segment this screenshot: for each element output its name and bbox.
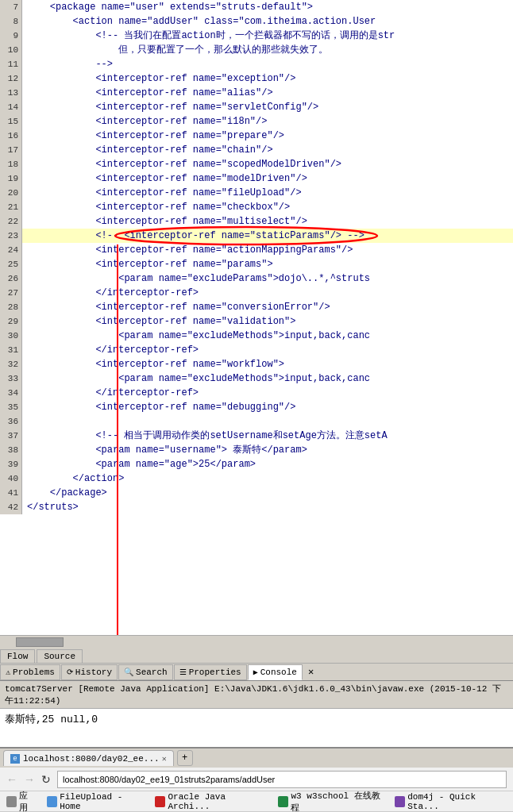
- browser-nav-row: ← → ↻: [0, 768, 513, 791]
- line-number: 38: [0, 443, 22, 457]
- line-content: <interceptor-ref name="alias"/>: [22, 86, 273, 100]
- line-content: <!-- 当我们在配置action时，一个拦截器都不写的话，调用的是str: [22, 29, 395, 43]
- line-number: 22: [0, 214, 22, 229]
- bookmark-label: dom4j - Quick Sta...: [407, 792, 507, 811]
- line-content: 但，只要配置了一个，那么默认的那些就失效了。: [22, 43, 328, 57]
- line-number: 41: [0, 486, 22, 500]
- browser-favicon: e: [10, 754, 20, 764]
- line-number: 37: [0, 429, 22, 443]
- horizontal-scrollbar[interactable]: [0, 635, 513, 648]
- line-number: 21: [0, 200, 22, 214]
- console-close-btn[interactable]: ✕: [305, 664, 317, 679]
- line-content: <interceptor-ref name="modelDriven"/>: [22, 171, 307, 186]
- console-tab-properties[interactable]: ☰Properties: [174, 664, 247, 680]
- code-line: 23 <!-- <interceptor-ref name="staticPar…: [0, 229, 513, 243]
- line-number: 24: [0, 243, 22, 257]
- line-number: 39: [0, 457, 22, 471]
- browser-area: e localhost:8080/day02_ee... ✕ + ← → ↻ 应…: [0, 747, 513, 812]
- code-line: 8 <action name="addUser" class="com.ithe…: [0, 14, 513, 29]
- code-line: 12 <interceptor-ref name="exception"/>: [0, 71, 513, 86]
- line-content: <param name="excludeMethods">input,back,…: [22, 329, 370, 343]
- line-content: <param name="age">25</param>: [22, 457, 256, 471]
- code-line: 18 <interceptor-ref name="scopedModelDri…: [0, 157, 513, 171]
- line-content: <param name="username"> 泰斯特</param>: [22, 443, 307, 457]
- bookmark-icon: [395, 796, 405, 807]
- code-line: 11 -->: [0, 57, 513, 71]
- forward-button[interactable]: →: [21, 772, 38, 787]
- code-line: 27 </interceptor-ref>: [0, 286, 513, 300]
- bookmark-label: 应用: [19, 790, 36, 813]
- back-button[interactable]: ←: [3, 772, 21, 787]
- code-line: 22 <interceptor-ref name="multiselect"/>: [0, 214, 513, 229]
- line-number: 10: [0, 43, 22, 57]
- console-tab-search[interactable]: 🔍Search: [118, 664, 173, 680]
- line-number: 30: [0, 329, 22, 343]
- browser-tab-row: e localhost:8080/day02_ee... ✕ +: [0, 749, 513, 768]
- line-content: <interceptor-ref name="debugging"/>: [22, 400, 295, 414]
- line-content: <param name="excludeMethods">input,back,…: [22, 371, 370, 386]
- bookmark-oracle-java-archi...[interactable]: Oracle Java Archi...: [152, 791, 270, 813]
- console-tabs-bar: ⚠Problems⟳History🔍Search☰Properties▶Cons…: [0, 664, 513, 681]
- code-line: 32 <interceptor-ref name="workflow">: [0, 357, 513, 371]
- scroll-track[interactable]: [0, 637, 513, 647]
- code-line: 21 <interceptor-ref name="checkbox"/>: [0, 200, 513, 214]
- console-tab-history[interactable]: ⟳History: [61, 664, 118, 680]
- line-number: 29: [0, 314, 22, 329]
- code-line: 37 <!-- 相当于调用动作类的setUsername和setAge方法。注意…: [0, 429, 513, 443]
- console-tab-problems[interactable]: ⚠Problems: [0, 664, 60, 680]
- code-line: 30 <param name="excludeMethods">input,ba…: [0, 329, 513, 343]
- line-number: 40: [0, 471, 22, 486]
- tab-source[interactable]: Source: [37, 649, 83, 663]
- bookmark-fileupload---home[interactable]: FileUpload - Home: [44, 791, 147, 813]
- code-line: 38 <param name="username"> 泰斯特</param>: [0, 443, 513, 457]
- console-tab-label: Search: [136, 668, 168, 677]
- line-number: 7: [0, 0, 22, 14]
- line-content: <interceptor-ref name="scopedModelDriven…: [22, 157, 341, 171]
- bookmark-应用[interactable]: 应用: [3, 788, 39, 813]
- browser-tab-close[interactable]: ✕: [162, 754, 167, 764]
- line-content: <interceptor-ref name="params">: [22, 257, 273, 271]
- line-number: 13: [0, 86, 22, 100]
- line-number: 11: [0, 57, 22, 71]
- scroll-thumb[interactable]: [16, 637, 64, 647]
- line-number: 42: [0, 500, 22, 514]
- line-number: 15: [0, 114, 22, 129]
- line-number: 18: [0, 157, 22, 171]
- tab-flow[interactable]: Flow: [0, 649, 35, 663]
- bookmark-w3-w3school-在线教程[interactable]: w3 w3school 在线教程: [275, 788, 387, 813]
- new-tab-button[interactable]: +: [177, 750, 193, 766]
- browser-tab[interactable]: e localhost:8080/day02_ee... ✕: [3, 750, 174, 766]
- line-content: [22, 414, 27, 429]
- address-bar[interactable]: [57, 771, 507, 788]
- bookmark-dom4j---quick-sta...[interactable]: dom4j - Quick Sta...: [392, 791, 510, 813]
- console-tab-console[interactable]: ▶Console: [248, 664, 303, 680]
- bookmark-icon: [278, 796, 288, 807]
- line-number: 20: [0, 186, 22, 200]
- line-number: 25: [0, 257, 22, 271]
- line-content: <interceptor-ref name="servletConfig"/>: [22, 100, 318, 114]
- browser-tab-label: localhost:8080/day02_ee...: [23, 754, 160, 764]
- line-content: <package name="user" extends="struts-def…: [22, 0, 313, 14]
- console-tab-icon: ⚠: [6, 668, 10, 677]
- code-line: 15 <interceptor-ref name="i18n"/>: [0, 114, 513, 129]
- code-line: 16 <interceptor-ref name="prepare"/>: [0, 129, 513, 143]
- console-tab-icon: ⟳: [67, 668, 73, 677]
- code-line: 17 <interceptor-ref name="chain"/>: [0, 143, 513, 157]
- line-number: 14: [0, 100, 22, 114]
- line-content: <!-- <interceptor-ref name="staticParams…: [22, 229, 364, 243]
- code-line: 24 <interceptor-ref name="actionMappingP…: [0, 243, 513, 257]
- console-tab-label: Properties: [189, 668, 241, 677]
- reload-button[interactable]: ↻: [38, 772, 54, 787]
- line-content: </package>: [22, 486, 107, 500]
- bottom-panel: ⚠Problems⟳History🔍Search☰Properties▶Cons…: [0, 664, 513, 747]
- line-content: <interceptor-ref name="checkbox"/>: [22, 200, 290, 214]
- line-content: <interceptor-ref name="conversionError"/…: [22, 300, 330, 314]
- code-line: 10 但，只要配置了一个，那么默认的那些就失效了。: [0, 43, 513, 57]
- line-number: 16: [0, 129, 22, 143]
- line-number: 31: [0, 343, 22, 357]
- code-editor[interactable]: 7 <package name="user" extends="struts-d…: [0, 0, 513, 635]
- line-number: 35: [0, 400, 22, 414]
- code-line: 25 <interceptor-ref name="params">: [0, 257, 513, 271]
- line-content: <interceptor-ref name="actionMappingPara…: [22, 243, 353, 257]
- line-content: <param name="excludeParams">dojo\..*,^st…: [22, 271, 370, 286]
